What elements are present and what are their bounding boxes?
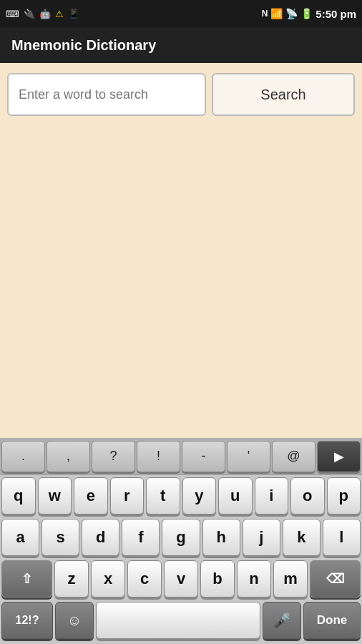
- key-h[interactable]: h: [202, 519, 240, 556]
- key-m[interactable]: m: [273, 560, 308, 597]
- wifi-icon: 📶: [270, 8, 283, 19]
- search-row: Search: [7, 73, 355, 116]
- phone-icon: 📱: [68, 9, 79, 19]
- space-key[interactable]: [96, 602, 260, 639]
- key-g[interactable]: g: [162, 519, 200, 556]
- status-right-icons: N 📶 📡 🔋 5:50 pm: [262, 8, 356, 20]
- key-p[interactable]: p: [327, 477, 361, 514]
- key-a[interactable]: a: [1, 519, 39, 556]
- key-r[interactable]: r: [110, 477, 145, 514]
- key-period[interactable]: .: [1, 441, 45, 472]
- key-row-3: ⇧ z x c v b n m ⌫: [0, 558, 362, 600]
- app-title: Mnemonic Dictionary: [11, 37, 156, 54]
- keyboard: . , ? ! - ' @ ▶ q w e r t y u i o p a s …: [0, 438, 362, 644]
- nfc-icon: N: [262, 9, 268, 19]
- backspace-key[interactable]: ⌫: [310, 560, 361, 597]
- key-comma[interactable]: ,: [47, 441, 90, 472]
- key-o[interactable]: o: [290, 477, 325, 514]
- key-s[interactable]: s: [41, 519, 79, 556]
- key-x[interactable]: x: [91, 560, 125, 597]
- key-k[interactable]: k: [283, 519, 321, 556]
- key-v[interactable]: v: [164, 560, 198, 597]
- warning-icon: ⚠: [55, 9, 64, 19]
- key-question[interactable]: ?: [92, 441, 135, 472]
- key-t[interactable]: t: [146, 477, 180, 514]
- key-row-1: q w e r t y u i o p: [0, 475, 362, 517]
- key-b[interactable]: b: [200, 560, 235, 597]
- key-e[interactable]: e: [74, 477, 108, 514]
- special-row: . , ? ! - ' @ ▶: [0, 438, 362, 475]
- title-bar: Mnemonic Dictionary: [0, 27, 362, 63]
- signal-icon: 📡: [285, 8, 298, 19]
- key-d[interactable]: d: [82, 519, 119, 556]
- key-apostrophe[interactable]: ': [227, 441, 270, 472]
- key-at[interactable]: @: [272, 441, 315, 472]
- key-n[interactable]: n: [237, 560, 271, 597]
- numeric-key[interactable]: 12!?: [1, 602, 53, 639]
- usb-icon: 🔌: [24, 9, 35, 19]
- status-left-icons: ⌨ 🔌 🤖 ⚠ 📱: [6, 9, 79, 19]
- main-content: Search: [0, 63, 362, 438]
- status-bar: ⌨ 🔌 🤖 ⚠ 📱 N 📶 📡 🔋 5:50 pm: [0, 0, 362, 27]
- android-icon: 🤖: [39, 9, 51, 19]
- key-u[interactable]: u: [218, 477, 253, 514]
- done-key[interactable]: Done: [303, 602, 361, 639]
- key-q[interactable]: q: [1, 477, 36, 514]
- search-button[interactable]: Search: [212, 73, 355, 116]
- key-z[interactable]: z: [54, 560, 89, 597]
- keyboard-icon: ⌨: [6, 9, 19, 19]
- key-dash[interactable]: -: [182, 441, 225, 472]
- key-j[interactable]: j: [243, 519, 280, 556]
- mic-key[interactable]: 🎤: [263, 602, 301, 639]
- key-l[interactable]: l: [323, 519, 361, 556]
- key-arrow-right[interactable]: ▶: [317, 441, 361, 472]
- battery-icon: 🔋: [300, 8, 313, 19]
- key-y[interactable]: y: [182, 477, 217, 514]
- key-i[interactable]: i: [255, 477, 289, 514]
- shift-key[interactable]: ⇧: [1, 560, 52, 597]
- key-f[interactable]: f: [122, 519, 160, 556]
- key-row-2: a s d f g h j k l: [0, 517, 362, 558]
- search-input[interactable]: [7, 73, 206, 116]
- emoji-key[interactable]: ☺: [55, 602, 94, 639]
- key-exclaim[interactable]: !: [137, 441, 180, 472]
- action-row: 12!? ☺ 🎤 Done: [0, 600, 362, 641]
- key-w[interactable]: w: [38, 477, 72, 514]
- status-time: 5:50 pm: [315, 8, 356, 20]
- key-c[interactable]: c: [127, 560, 162, 597]
